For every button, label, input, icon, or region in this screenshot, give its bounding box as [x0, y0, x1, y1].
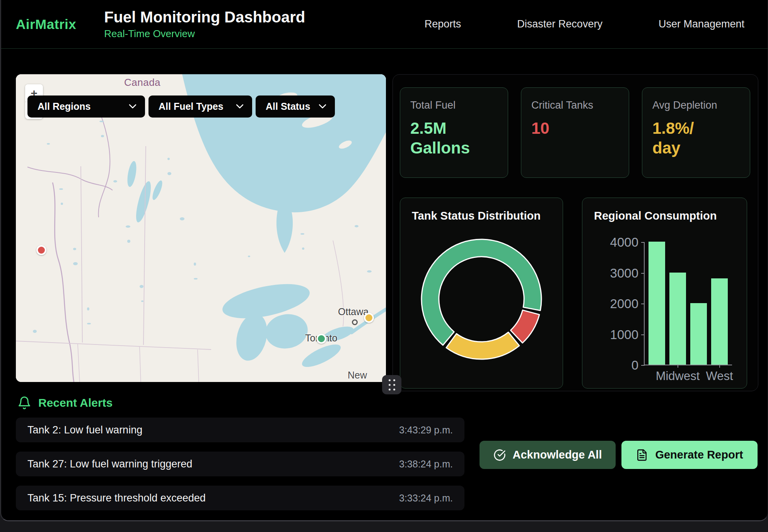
generate-report-button[interactable]: Generate Report [621, 441, 758, 469]
x-axis-tick-label: Midwest [656, 369, 700, 383]
y-axis-tick [641, 304, 645, 304]
header: AirMatrix Fuel Monitoring Dashboard Real… [1, 0, 768, 49]
check-circle-icon [493, 449, 506, 461]
y-axis-tick-label: 2000 [610, 297, 638, 311]
dashboard-root: AirMatrix Fuel Monitoring Dashboard Real… [0, 0, 768, 532]
page-title: Fuel Monitoring Dashboard [104, 9, 305, 26]
alert-message: Tank 2: Low fuel warning [27, 424, 142, 436]
regional-consumption-card: Regional Consumption 01000200030004000Mi… [582, 198, 747, 389]
status-filter-select[interactable]: All Status [256, 95, 335, 118]
fuel-map[interactable]: Canada + − All Regions All Fuel Types Al… [16, 74, 386, 382]
map-label-canada: Canada [124, 77, 160, 89]
y-axis-tick-label: 0 [631, 358, 638, 373]
region-filter-value: All Regions [38, 101, 91, 112]
map-marker-critical[interactable] [36, 245, 46, 255]
map-marker-warning[interactable] [364, 313, 374, 323]
chevron-down-icon [236, 104, 244, 109]
map-label-new-york: New York [348, 370, 386, 382]
main-nav: Reports Disaster Recovery User Managemen… [425, 18, 744, 30]
fuel-type-filter-select[interactable]: All Fuel Types [148, 95, 252, 118]
y-axis-tick-label: 3000 [610, 266, 638, 281]
consumption-bar[interactable] [690, 303, 707, 365]
alert-message: Tank 27: Low fuel warning triggered [27, 458, 192, 470]
consumption-bar[interactable] [649, 242, 665, 365]
donut-segment-critical[interactable] [510, 310, 539, 343]
map-filters: All Regions All Fuel Types All Status [27, 95, 335, 118]
chart-title: Regional Consumption [594, 210, 747, 222]
x-axis-tick [719, 365, 720, 368]
acknowledge-all-button[interactable]: Acknowledge All [480, 441, 616, 469]
title-block: Fuel Monitoring Dashboard Real-Time Over… [104, 9, 305, 40]
alert-time: 3:43:29 p.m. [399, 425, 453, 436]
y-axis-tick [641, 365, 645, 366]
file-text-icon [636, 449, 648, 461]
map-marker-normal[interactable] [316, 334, 326, 344]
chart-title: Tank Status Distribution [412, 210, 563, 222]
alert-row[interactable]: Tank 2: Low fuel warning 3:43:29 p.m. [16, 418, 464, 442]
y-axis-tick [641, 334, 645, 335]
status-filter-value: All Status [266, 101, 310, 112]
generate-report-label: Generate Report [655, 448, 743, 461]
recent-alerts-header: Recent Alerts [17, 396, 113, 410]
alert-time: 3:33:24 p.m. [399, 493, 453, 504]
consumption-bar[interactable] [711, 278, 728, 365]
stat-value: 2.5MGallons [410, 118, 498, 158]
stat-card-critical-tanks: Critical Tanks 10 [521, 87, 629, 178]
stat-card-avg-depletion: Avg Depletion 1.8%/day [642, 87, 750, 178]
app-logo: AirMatrix [16, 17, 76, 32]
stat-value: 10 [531, 118, 619, 138]
bell-icon [17, 396, 31, 410]
chevron-down-icon [129, 104, 137, 109]
charts-row: Tank Status Distribution Regional Consum… [400, 198, 747, 389]
overview-panel: Total Fuel 2.5MGallons Critical Tanks 10… [393, 74, 758, 391]
city-dot-icon [352, 319, 358, 325]
x-axis-tick-label: West [706, 369, 733, 383]
stat-label: Critical Tanks [531, 99, 619, 111]
nav-user-management[interactable]: User Management [659, 18, 744, 30]
stat-label: Avg Depletion [652, 99, 740, 111]
bar-chart: 01000200030004000MidwestWest [644, 242, 732, 365]
acknowledge-all-label: Acknowledge All [513, 448, 602, 461]
nav-disaster-recovery[interactable]: Disaster Recovery [517, 18, 602, 30]
stat-label: Total Fuel [410, 99, 498, 111]
alert-row[interactable]: Tank 27: Low fuel warning triggered 3:38… [16, 452, 464, 476]
y-axis-tick-label: 1000 [610, 327, 638, 342]
page-subtitle: Real-Time Overview [104, 28, 305, 40]
consumption-bar[interactable] [669, 273, 686, 365]
alert-time: 3:38:24 p.m. [399, 459, 453, 470]
alert-message: Tank 15: Pressure threshold exceeded [27, 492, 206, 504]
x-axis-tick [678, 365, 678, 368]
alert-row[interactable]: Tank 15: Pressure threshold exceeded 3:3… [16, 486, 464, 510]
recent-alerts-title: Recent Alerts [38, 396, 113, 409]
donut-segment-warning[interactable] [446, 332, 519, 359]
donut-chart [400, 235, 563, 363]
donut-svg [418, 235, 545, 363]
y-axis-tick [641, 242, 645, 243]
tank-status-card: Tank Status Distribution [400, 198, 563, 389]
y-axis-tick-label: 4000 [610, 235, 638, 250]
stat-card-total-fuel: Total Fuel 2.5MGallons [400, 87, 508, 178]
region-filter-select[interactable]: All Regions [27, 95, 145, 118]
app-frame: AirMatrix Fuel Monitoring Dashboard Real… [0, 0, 768, 521]
stat-value: 1.8%/day [652, 118, 740, 158]
y-axis-tick [641, 273, 645, 274]
nav-reports[interactable]: Reports [425, 18, 461, 30]
fuel-type-filter-value: All Fuel Types [159, 101, 224, 112]
stats-row: Total Fuel 2.5MGallons Critical Tanks 10… [400, 87, 750, 178]
chevron-down-icon [319, 104, 326, 109]
drag-handle-icon[interactable] [382, 375, 401, 394]
